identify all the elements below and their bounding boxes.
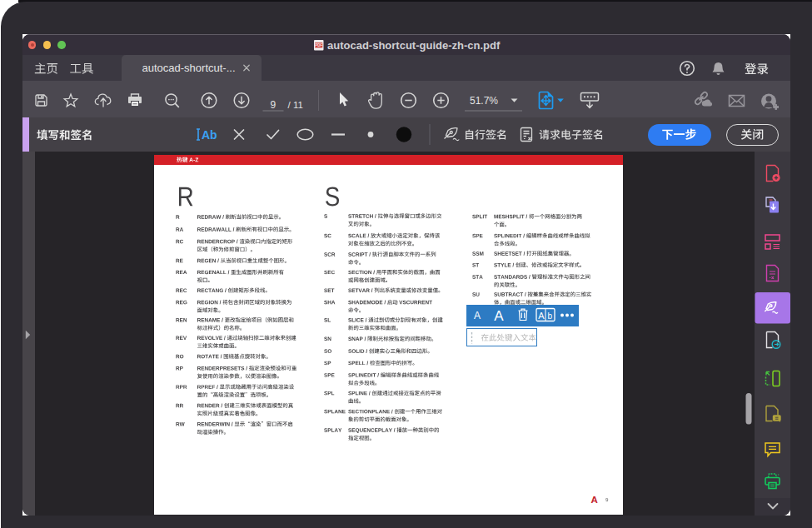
svg-text:PDF: PDF <box>315 43 322 47</box>
svg-text:A: A <box>494 308 504 324</box>
svg-text:Ab: Ab <box>202 128 217 142</box>
svg-text:A: A <box>474 310 481 321</box>
svg-text:A: A <box>538 311 545 321</box>
svg-text:A: A <box>591 495 598 505</box>
svg-text:b: b <box>548 311 553 321</box>
